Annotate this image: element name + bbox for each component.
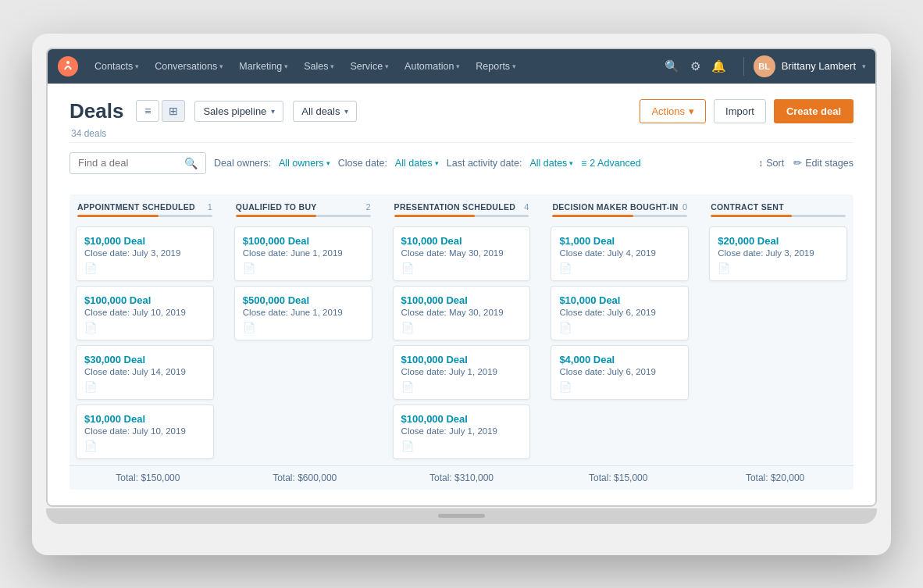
close-date-chevron: ▾ bbox=[435, 159, 439, 167]
svg-point-1 bbox=[66, 61, 69, 64]
table-row[interactable]: $10,000 DealClose date: July 6, 2019📄 bbox=[551, 286, 689, 340]
notifications-icon[interactable]: 🔔 bbox=[711, 59, 726, 73]
list-view-button[interactable]: ≡ bbox=[136, 100, 159, 122]
kanban-col-contract-sent: CONTRACT SENT$20,000 DealClose date: Jul… bbox=[703, 194, 854, 465]
deal-document-icon: 📄 bbox=[84, 322, 205, 333]
col-title-appointment-scheduled: APPOINTMENT SCHEDULED bbox=[77, 202, 195, 212]
kanban-totals: Total: $150,000Total: $600,000Total: $31… bbox=[69, 465, 854, 490]
advanced-filter-button[interactable]: ≡ 2 Advanced bbox=[581, 158, 640, 169]
col-cards-qualified-to-buy: $100,000 DealClose date: June 1, 2019📄$5… bbox=[228, 226, 379, 465]
deal-document-icon: 📄 bbox=[401, 322, 522, 333]
activity-date-filter[interactable]: All dates ▾ bbox=[529, 158, 573, 169]
deal-date: Close date: June 1, 2019 bbox=[243, 248, 364, 258]
col-count-appointment-scheduled: 1 bbox=[208, 202, 212, 212]
table-row[interactable]: $4,000 DealClose date: July 6, 2019📄 bbox=[551, 345, 689, 400]
deal-date: Close date: July 6, 2019 bbox=[559, 308, 680, 317]
actions-chevron: ▾ bbox=[689, 105, 694, 117]
user-profile[interactable]: BL Brittany Lambert ▾ bbox=[754, 55, 866, 77]
nav-sales[interactable]: Sales ▾ bbox=[298, 58, 340, 75]
page-title: Deals bbox=[69, 99, 123, 123]
col-total-appointment-scheduled: Total: $150,000 bbox=[69, 465, 226, 490]
import-button[interactable]: Import bbox=[714, 99, 766, 123]
deal-amount: $20,000 Deal bbox=[718, 235, 839, 247]
deal-document-icon: 📄 bbox=[718, 262, 839, 274]
col-title-presentation-scheduled: PRESENTATION SCHEDULED bbox=[394, 202, 516, 212]
deal-date: Close date: May 30, 2019 bbox=[401, 248, 522, 258]
nav-contacts[interactable]: Contacts ▾ bbox=[88, 58, 145, 75]
close-date-filter[interactable]: All dates ▾ bbox=[395, 158, 439, 169]
search-icon: 🔍 bbox=[184, 157, 198, 169]
deal-document-icon: 📄 bbox=[559, 322, 680, 333]
col-bar-appointment-scheduled bbox=[77, 215, 212, 217]
alldeals-label: All deals bbox=[301, 105, 340, 117]
hubspot-logo[interactable] bbox=[57, 55, 79, 77]
deal-document-icon: 📄 bbox=[84, 262, 205, 274]
col-title-contract-sent: CONTRACT SENT bbox=[711, 202, 784, 212]
deal-amount: $100,000 Deal bbox=[84, 294, 205, 306]
col-total-decision-maker-bought-in: Total: $15,000 bbox=[540, 465, 697, 490]
deal-document-icon: 📄 bbox=[243, 262, 364, 274]
sort-icon: ↕ bbox=[758, 158, 763, 169]
nav-marketing[interactable]: Marketing ▾ bbox=[233, 58, 294, 75]
filter-right: ↕ Sort ✏ Edit stages bbox=[758, 157, 854, 169]
view-toggle: ≡ ⊞ bbox=[136, 100, 185, 122]
laptop-screen: Contacts ▾ Conversations ▾ Marketing ▾ S… bbox=[46, 48, 877, 507]
deal-document-icon: 📄 bbox=[401, 381, 522, 393]
table-row[interactable]: $100,000 DealClose date: June 1, 2019📄 bbox=[234, 226, 372, 281]
nav-automation[interactable]: Automation ▾ bbox=[398, 58, 466, 75]
nav-conversations-chevron: ▾ bbox=[219, 62, 223, 70]
table-row[interactable]: $1,000 DealClose date: July 4, 2019📄 bbox=[551, 226, 689, 281]
actions-button[interactable]: Actions ▾ bbox=[640, 99, 706, 123]
edit-stages-button[interactable]: ✏ Edit stages bbox=[793, 157, 854, 169]
create-deal-button[interactable]: Create deal bbox=[774, 99, 854, 123]
table-row[interactable]: $100,000 DealClose date: May 30, 2019📄 bbox=[393, 286, 531, 340]
grid-view-button[interactable]: ⊞ bbox=[162, 100, 185, 122]
col-count-qualified-to-buy: 2 bbox=[365, 202, 370, 212]
deal-amount: $1,000 Deal bbox=[559, 235, 680, 247]
table-row[interactable]: $10,000 DealClose date: May 30, 2019📄 bbox=[393, 226, 531, 281]
table-row[interactable]: $100,000 DealClose date: July 10, 2019📄 bbox=[76, 286, 214, 340]
table-row[interactable]: $100,000 DealClose date: July 1, 2019📄 bbox=[393, 345, 531, 400]
col-bar-fill-decision-maker-bought-in bbox=[552, 215, 633, 217]
table-row[interactable]: $20,000 DealClose date: July 3, 2019📄 bbox=[709, 226, 847, 281]
user-name: Brittany Lambert bbox=[782, 60, 856, 72]
deal-document-icon: 📄 bbox=[559, 262, 680, 274]
settings-icon[interactable]: ⚙ bbox=[690, 59, 700, 73]
table-row[interactable]: $30,000 DealClose date: July 14, 2019📄 bbox=[76, 345, 214, 400]
search-box[interactable]: 🔍 bbox=[69, 152, 206, 174]
nav-divider bbox=[743, 57, 744, 76]
alldeals-selector[interactable]: All deals ▾ bbox=[293, 101, 357, 122]
col-bar-decision-maker-bought-in bbox=[552, 215, 687, 217]
deal-amount: $100,000 Deal bbox=[243, 235, 364, 247]
deal-amount: $10,000 Deal bbox=[401, 235, 522, 247]
avatar: BL bbox=[754, 55, 775, 77]
col-header-presentation-scheduled: PRESENTATION SCHEDULED4 bbox=[387, 194, 537, 226]
table-row[interactable]: $10,000 DealClose date: July 3, 2019📄 bbox=[76, 226, 214, 281]
filter-row: 🔍 Deal owners: All owners ▾ Close date: … bbox=[69, 142, 854, 180]
deal-date: Close date: May 30, 2019 bbox=[401, 308, 522, 317]
kanban-col-qualified-to-buy: QUALIFIED TO BUY2$100,000 DealClose date… bbox=[228, 194, 379, 465]
nav-reports[interactable]: Reports ▾ bbox=[469, 58, 522, 75]
nav-automation-chevron: ▾ bbox=[456, 62, 460, 70]
col-count-decision-maker-bought-in: 0 bbox=[682, 202, 687, 212]
col-bar-presentation-scheduled bbox=[394, 215, 529, 217]
search-icon[interactable]: 🔍 bbox=[665, 59, 679, 73]
search-input[interactable] bbox=[78, 157, 180, 169]
close-date-label: Close date: bbox=[338, 158, 387, 169]
table-row[interactable]: $500,000 DealClose date: June 1, 2019📄 bbox=[234, 286, 372, 340]
deal-owners-filter[interactable]: All owners ▾ bbox=[279, 158, 330, 169]
table-row[interactable]: $100,000 DealClose date: July 1, 2019📄 bbox=[393, 404, 531, 459]
edit-icon: ✏ bbox=[793, 157, 802, 169]
nav-service[interactable]: Service ▾ bbox=[344, 58, 395, 75]
deal-amount: $10,000 Deal bbox=[84, 235, 205, 247]
col-bar-fill-contract-sent bbox=[711, 215, 792, 217]
deal-amount: $500,000 Deal bbox=[243, 294, 364, 306]
table-row[interactable]: $10,000 DealClose date: July 10, 2019📄 bbox=[76, 404, 214, 459]
pipeline-selector[interactable]: Sales pipeline ▾ bbox=[194, 101, 283, 122]
nav-marketing-chevron: ▾ bbox=[284, 62, 288, 70]
deal-date: Close date: July 6, 2019 bbox=[559, 367, 680, 376]
sort-button[interactable]: ↕ Sort bbox=[758, 158, 784, 169]
nav-sales-chevron: ▾ bbox=[330, 62, 334, 70]
col-bar-contract-sent bbox=[711, 215, 846, 217]
nav-conversations[interactable]: Conversations ▾ bbox=[148, 58, 230, 75]
